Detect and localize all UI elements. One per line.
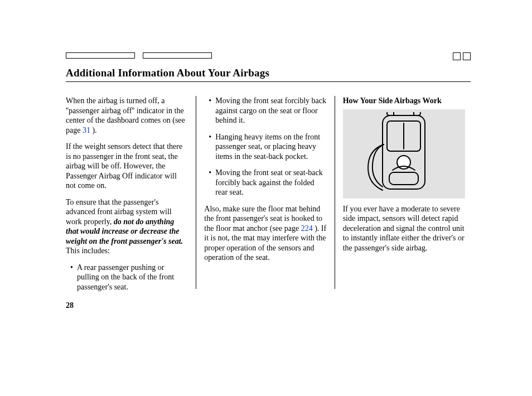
header-square-2 xyxy=(463,52,471,60)
col3-para-1: If you ever have a moderate to severe si… xyxy=(343,204,465,253)
text: ). xyxy=(90,126,97,134)
page: Additional Information About Your Airbag… xyxy=(0,0,532,396)
page-number: 28 xyxy=(66,301,74,310)
header-box-2 xyxy=(143,52,212,59)
col3-subhead: How Your Side Airbags Work xyxy=(343,96,465,106)
text: This includes: xyxy=(66,247,110,255)
list-item: Moving the front seat or seat-back forci… xyxy=(210,168,326,197)
column-1: When the airbag is turned off, a ''passe… xyxy=(66,96,196,289)
svg-rect-3 xyxy=(387,112,420,115)
col1-para-1: When the airbag is turned off, a ''passe… xyxy=(66,96,188,135)
body-columns: When the airbag is turned off, a ''passe… xyxy=(66,96,471,289)
page-link-31[interactable]: 31 xyxy=(83,126,90,134)
header-square-1 xyxy=(453,52,461,60)
column-3: How Your Side Airbags Work xyxy=(335,96,471,289)
list-item: Moving the front seat forcibly back agai… xyxy=(210,96,326,125)
seat-airbag-icon xyxy=(365,112,443,196)
page-link-224[interactable]: 224 xyxy=(301,224,313,233)
col1-bullets: A rear passenger pushing or pulling on t… xyxy=(66,263,188,292)
col1-para-2: If the weight sensors detect that there … xyxy=(66,142,188,191)
header-box-1 xyxy=(66,52,135,59)
list-item: A rear passenger pushing or pulling on t… xyxy=(71,263,188,292)
title-rule xyxy=(66,81,471,82)
col1-para-3: To ensure that the passenger's advanced … xyxy=(66,197,188,256)
side-airbag-illustration xyxy=(343,109,465,199)
header-rule-boxes xyxy=(66,52,471,62)
svg-rect-5 xyxy=(389,172,418,185)
page-title: Additional Information About Your Airbag… xyxy=(66,67,471,79)
column-2: Moving the front seat forcibly back agai… xyxy=(196,96,334,289)
col2-para-1: Also, make sure the floor mat behind the… xyxy=(204,204,326,263)
list-item: Hanging heavy items on the front passeng… xyxy=(210,132,326,162)
col2-bullets: Moving the front seat forcibly back agai… xyxy=(204,96,326,197)
